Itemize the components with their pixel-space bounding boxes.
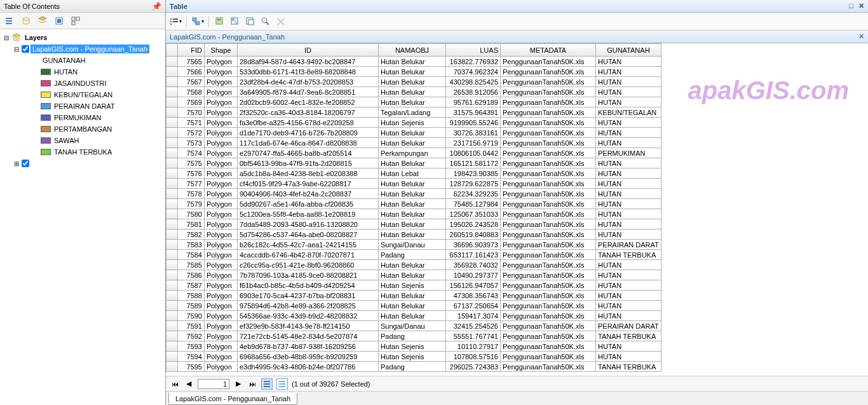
row-selector[interactable] <box>166 230 178 240</box>
cell-shape[interactable]: Polygon <box>205 331 238 341</box>
cell-luas[interactable]: 430298.825425 <box>446 77 501 87</box>
cell-metadata[interactable]: PenggunaanTanah50K.xls <box>501 77 596 87</box>
row-selector[interactable] <box>166 67 178 77</box>
legend-item[interactable]: TANAH TERBUKA <box>1 146 164 158</box>
cell-namaobj[interactable]: Hutan Lebat <box>379 168 446 179</box>
cell-luas[interactable]: 75485.127984 <box>446 199 501 209</box>
cell-luas[interactable]: 10490.297377 <box>446 270 501 280</box>
cell-fid[interactable]: 7580 <box>178 209 205 219</box>
cell-shape[interactable]: Polygon <box>205 107 238 118</box>
table-row[interactable]: 7581Polygon7dda5489-2093-4580-a916-13208… <box>166 219 661 230</box>
row-selector[interactable] <box>166 260 178 270</box>
cell-gunatanah[interactable]: HUTAN <box>596 168 661 179</box>
select-by-attributes-icon[interactable] <box>213 15 227 28</box>
table-row[interactable]: 7589Polygon975894d6-42b8-4e89-a366-2f208… <box>166 301 661 311</box>
cell-luas[interactable]: 128729.622875 <box>446 179 501 189</box>
cell-gunatanah[interactable]: HUTAN <box>596 270 661 280</box>
cell-gunatanah[interactable]: HUTAN <box>596 230 661 240</box>
expand-icon[interactable]: ⊞ <box>13 160 20 167</box>
cell-luas[interactable]: 9199905.55246 <box>446 118 501 128</box>
row-selector[interactable] <box>166 301 178 311</box>
switch-selection-icon[interactable] <box>228 15 242 28</box>
tree-unnamed-layer[interactable]: ⊞ <box>1 158 164 169</box>
table-row[interactable]: 7567Polygon23df28b4-de4c-47df-b753-20208… <box>166 77 661 87</box>
legend-item[interactable]: KEBUN/TEGALAN <box>1 89 164 100</box>
cell-namaobj[interactable]: Hutan Belukar <box>379 77 446 87</box>
cell-gunatanah[interactable]: HUTAN <box>596 219 661 230</box>
cell-luas[interactable]: 198423.90385 <box>446 168 501 179</box>
cell-metadata[interactable]: PenggunaanTanah50K.xls <box>501 341 596 352</box>
cell-gunatanah[interactable]: HUTAN <box>596 291 661 301</box>
layer-visibility-checkbox[interactable] <box>22 160 29 167</box>
row-selector[interactable] <box>166 270 178 280</box>
pin-icon[interactable]: 📌 <box>152 2 161 11</box>
collapse-icon[interactable]: ⊟ <box>3 34 10 41</box>
table-row[interactable]: 7583Polygonb26c182c-4d55-42c7-aea1-24214… <box>166 240 661 250</box>
prev-record-icon[interactable]: ◀ <box>184 379 194 389</box>
cell-metadata[interactable]: PenggunaanTanah50K.xls <box>501 331 596 341</box>
cell-metadata[interactable]: PenggunaanTanah50K.xls <box>501 168 596 179</box>
layer-visibility-checkbox[interactable] <box>22 45 29 53</box>
cell-luas[interactable]: 165121.581172 <box>446 158 501 168</box>
row-selector[interactable] <box>166 209 178 219</box>
cell-fid[interactable]: 7592 <box>178 331 205 341</box>
row-selector[interactable] <box>166 352 178 362</box>
cell-shape[interactable]: Polygon <box>205 260 238 270</box>
table-row[interactable]: 7592Polygon721e72cb-5145-48e2-834d-5e207… <box>166 331 661 341</box>
cell-metadata[interactable]: PenggunaanTanah50K.xls <box>501 158 596 168</box>
row-selector[interactable] <box>166 280 178 291</box>
row-selector[interactable] <box>166 128 178 138</box>
cell-fid[interactable]: 7588 <box>178 291 205 301</box>
cell-id[interactable]: 28d8af94-587d-4643-9492-bc208847 <box>238 57 379 67</box>
table-row[interactable]: 7570Polygon2f32520c-ca36-40d3-8184-18206… <box>166 107 661 118</box>
cell-namaobj[interactable]: Hutan Belukar <box>379 311 446 321</box>
cell-namaobj[interactable]: Padang <box>379 250 446 260</box>
table-row[interactable]: 7571Polygonfa3e0fbe-a325-4156-678d-e2209… <box>166 118 661 128</box>
cell-id[interactable]: 5c1200ea-55f8-4eba-aa88-1e208819 <box>238 209 379 219</box>
cell-id[interactable]: 90404906-f403-4fef-b24a-2c208837 <box>238 189 379 199</box>
table-row[interactable]: 7572Polygond1de7170-deb9-4716-b726-7b208… <box>166 128 661 138</box>
cell-id[interactable]: 6903e170-5ca4-4237-b7ba-bf208831 <box>238 291 379 301</box>
first-record-icon[interactable]: ⏮ <box>170 379 180 389</box>
table-row[interactable]: 7590Polygon545366ae-933c-43d9-b9d2-48208… <box>166 311 661 321</box>
cell-gunatanah[interactable]: HUTAN <box>596 57 661 67</box>
cell-fid[interactable]: 7566 <box>178 67 205 77</box>
cell-namaobj[interactable]: Sungai/Danau <box>379 240 446 250</box>
cell-id[interactable]: cf4cf015-9f29-47a3-9abe-62208817 <box>238 179 379 189</box>
cell-gunatanah[interactable]: HUTAN <box>596 128 661 138</box>
cell-namaobj[interactable]: Hutan Belukar <box>379 219 446 230</box>
cell-gunatanah[interactable]: PERMUKIMAN <box>596 148 661 158</box>
cell-namaobj[interactable]: Hutan Belukar <box>379 270 446 280</box>
cell-fid[interactable]: 7574 <box>178 148 205 158</box>
cell-shape[interactable]: Polygon <box>205 67 238 77</box>
cell-metadata[interactable]: PenggunaanTanah50K.xls <box>501 230 596 240</box>
cell-luas[interactable]: 125067.351033 <box>446 209 501 219</box>
cell-fid[interactable]: 7591 <box>178 321 205 331</box>
cell-namaobj[interactable]: Hutan Belukar <box>379 67 446 77</box>
cell-fid[interactable]: 7590 <box>178 311 205 321</box>
cell-gunatanah[interactable]: HUTAN <box>596 352 661 362</box>
cell-id[interactable]: 5dd90267-a5e1-46fa-abba-cf208835 <box>238 199 379 209</box>
table-row[interactable]: 7587Polygonf61b4ac0-b85c-4b5d-b409-d4209… <box>166 280 661 291</box>
attribute-table[interactable]: FIDShapeIDNAMAOBJLUASMETADATAGUNATANAH 7… <box>166 43 661 372</box>
cell-fid[interactable]: 7568 <box>178 87 205 97</box>
cell-luas[interactable]: 10806105.0442 <box>446 148 501 158</box>
table-row[interactable]: 7568Polygon3a649905-f879-44d7-9ea6-8c208… <box>166 87 661 97</box>
table-row[interactable]: 7565Polygon28d8af94-587d-4643-9492-bc208… <box>166 57 661 67</box>
list-by-visibility-icon[interactable] <box>36 15 50 27</box>
cell-id[interactable]: 23df28b4-de4c-47df-b753-20208853 <box>238 77 379 87</box>
row-selector[interactable] <box>166 199 178 209</box>
cell-gunatanah[interactable]: HUTAN <box>596 199 661 209</box>
cell-id[interactable]: 5d754286-c537-464a-abe0-08208827 <box>238 230 379 240</box>
cell-metadata[interactable]: PenggunaanTanah50K.xls <box>501 260 596 270</box>
cell-shape[interactable]: Polygon <box>205 219 238 230</box>
cell-shape[interactable]: Polygon <box>205 158 238 168</box>
cell-metadata[interactable]: PenggunaanTanah50K.xls <box>501 57 596 67</box>
record-number-input[interactable] <box>198 379 229 389</box>
row-selector[interactable] <box>166 331 178 341</box>
close-table-icon[interactable]: ✕ <box>858 32 864 41</box>
row-header-col[interactable] <box>166 44 178 57</box>
cell-shape[interactable]: Polygon <box>205 128 238 138</box>
cell-shape[interactable]: Polygon <box>205 311 238 321</box>
cell-shape[interactable]: Polygon <box>205 291 238 301</box>
